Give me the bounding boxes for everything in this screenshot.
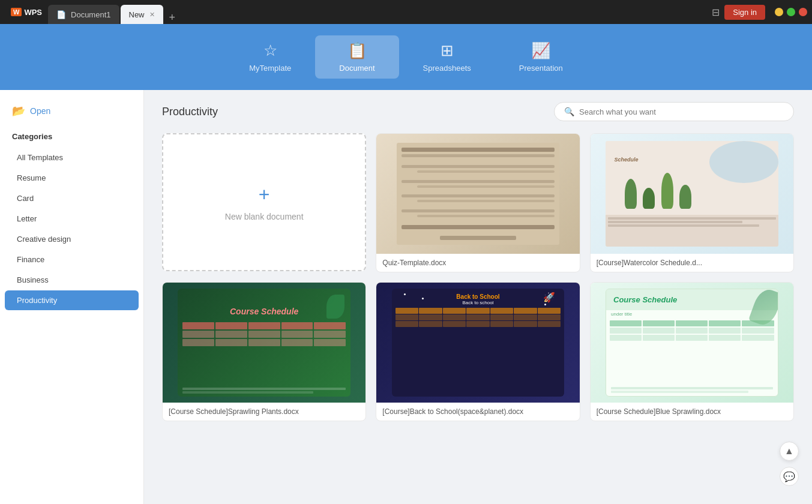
sidebar-item-creative[interactable]: Creative design bbox=[5, 229, 139, 249]
finance-label: Finance bbox=[17, 255, 44, 264]
template-image-quiz bbox=[376, 134, 579, 254]
doc-icon: 📄 bbox=[56, 10, 66, 19]
sidebar-item-business[interactable]: Business bbox=[5, 270, 139, 290]
nav-spreadsheets[interactable]: ⊞ Spreadsheets bbox=[399, 35, 495, 79]
close-tab-button[interactable]: ✕ bbox=[149, 11, 155, 19]
nav-mytemplate[interactable]: ☆ MyTemplate bbox=[225, 35, 315, 79]
tab-document1-label: Document1 bbox=[71, 10, 110, 19]
maximize-button[interactable] bbox=[787, 8, 795, 16]
tab-new-label: New bbox=[129, 10, 145, 19]
business-label: Business bbox=[17, 275, 49, 284]
template-image-watercolor: Schedule bbox=[591, 134, 793, 254]
folder-icon: 📂 bbox=[12, 104, 25, 118]
new-blank-card[interactable]: + New blank document bbox=[162, 133, 366, 271]
content-title: Productivity bbox=[162, 106, 218, 118]
comment-button[interactable]: 💬 bbox=[780, 467, 799, 486]
sidebar-item-resume[interactable]: Resume bbox=[5, 168, 139, 188]
sidebar-item-productivity[interactable]: Productivity bbox=[5, 290, 139, 310]
template-image-space: Back to School Back to school bbox=[376, 283, 579, 403]
search-bar[interactable]: 🔍 bbox=[554, 102, 794, 121]
template-label-blueschedule: [Course Schedule]Blue Sprawling.docx bbox=[591, 403, 793, 421]
main-content: 📂 Open Categories All Templates Resume C… bbox=[0, 90, 812, 504]
nav-document-label: Document bbox=[339, 64, 374, 73]
sidebar-item-finance[interactable]: Finance bbox=[5, 250, 139, 269]
sidebar-item-letter[interactable]: Letter bbox=[5, 209, 139, 229]
template-label-quiz: Quiz-Template.docx bbox=[376, 254, 579, 272]
titlebar: W WPS 📄 Document1 New ✕ + ⊟ Sign in bbox=[0, 0, 812, 24]
sidebar-item-all-templates[interactable]: All Templates bbox=[5, 148, 139, 167]
content-area: Productivity 🔍 + New blank document bbox=[144, 90, 812, 504]
mytemplate-icon: ☆ bbox=[263, 41, 277, 60]
scroll-up-button[interactable]: ▲ bbox=[780, 442, 799, 461]
template-label-watercolor: [Course]Watercolor Schedule.d... bbox=[591, 254, 793, 272]
document-icon: 📋 bbox=[347, 41, 367, 60]
wps-icon: W bbox=[11, 8, 22, 16]
nav-spreadsheets-label: Spreadsheets bbox=[423, 64, 471, 73]
creative-label: Creative design bbox=[17, 235, 71, 244]
template-card-plants[interactable]: Course Schedule bbox=[162, 282, 366, 421]
app-name: WPS bbox=[24, 8, 42, 17]
nav-mytemplate-label: MyTemplate bbox=[249, 64, 291, 73]
content-header: Productivity 🔍 bbox=[162, 102, 794, 121]
new-tab-icon: + bbox=[169, 11, 176, 24]
layout-icon[interactable]: ⊟ bbox=[712, 7, 720, 18]
search-icon: 🔍 bbox=[564, 107, 574, 116]
resume-label: Resume bbox=[17, 173, 46, 182]
template-card-quiz[interactable]: Quiz-Template.docx bbox=[376, 133, 580, 272]
nav-document[interactable]: 📋 Document bbox=[315, 35, 398, 79]
rocket-icon: 🚀 bbox=[543, 292, 555, 303]
minimize-button[interactable] bbox=[775, 8, 783, 16]
categories-title: Categories bbox=[0, 127, 143, 147]
template-image-blueschedule: Course Schedule under title bbox=[591, 283, 793, 403]
open-button[interactable]: 📂 Open bbox=[0, 100, 143, 127]
card-label: Card bbox=[17, 194, 34, 203]
window-controls bbox=[775, 8, 807, 16]
spreadsheets-icon: ⊞ bbox=[441, 41, 454, 60]
close-button[interactable] bbox=[799, 8, 807, 16]
template-label-space: [Course]Back to School(space&planet).doc… bbox=[376, 403, 579, 421]
presentation-icon: 📈 bbox=[531, 41, 550, 60]
plus-icon: + bbox=[259, 184, 270, 206]
tab-document1[interactable]: 📄 Document1 bbox=[48, 5, 119, 24]
nav-presentation-label: Presentation bbox=[519, 64, 563, 73]
nav-presentation[interactable]: 📈 Presentation bbox=[495, 35, 587, 79]
template-card-blueschedule[interactable]: Course Schedule under title bbox=[590, 282, 794, 421]
tab-new[interactable]: New ✕ bbox=[121, 5, 163, 24]
template-card-space[interactable]: Back to School Back to school bbox=[376, 282, 580, 421]
letter-label: Letter bbox=[17, 214, 37, 223]
template-card-watercolor[interactable]: Schedule [Course]Watercolor Schedule.d..… bbox=[590, 133, 794, 272]
all-templates-label: All Templates bbox=[17, 153, 63, 162]
new-tab-button[interactable]: + bbox=[164, 11, 181, 24]
tab-bar: 📄 Document1 New ✕ + bbox=[48, 0, 180, 24]
app-logo: W WPS bbox=[5, 8, 48, 17]
open-label: Open bbox=[30, 106, 50, 116]
template-image-plants: Course Schedule bbox=[163, 283, 365, 403]
template-label-plants: [Course Schedule]Sprawling Plants.docx bbox=[163, 403, 365, 421]
sidebar: 📂 Open Categories All Templates Resume C… bbox=[0, 90, 144, 504]
sidebar-item-card[interactable]: Card bbox=[5, 188, 139, 208]
titlebar-right: ⊟ Sign in bbox=[712, 5, 807, 20]
template-grid: + New blank document bbox=[162, 133, 794, 421]
search-input[interactable] bbox=[579, 107, 784, 116]
sign-in-button[interactable]: Sign in bbox=[724, 5, 765, 20]
new-blank-label: New blank document bbox=[225, 212, 304, 221]
header-nav: ☆ MyTemplate 📋 Document ⊞ Spreadsheets 📈… bbox=[0, 24, 812, 90]
productivity-label: Productivity bbox=[17, 296, 57, 305]
